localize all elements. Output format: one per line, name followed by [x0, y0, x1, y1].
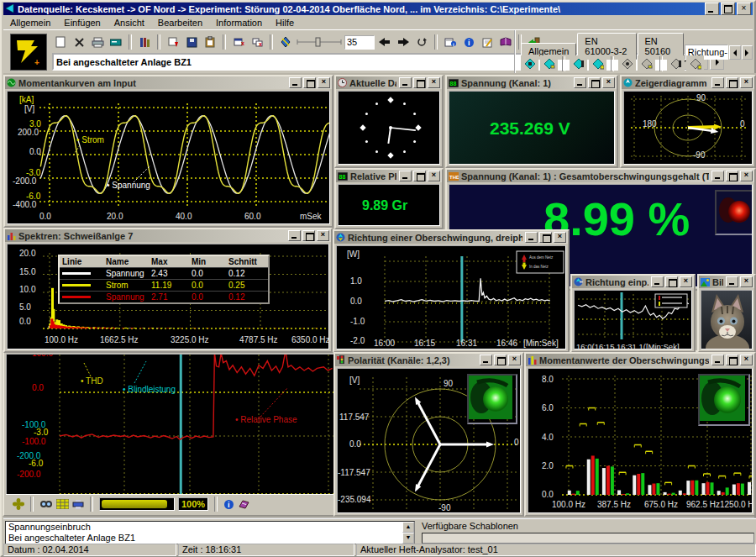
menu-item-information[interactable]: Information: [209, 18, 269, 28]
minimize-button[interactable]: [726, 276, 738, 287]
menu-item-einfuegen[interactable]: Einfügen: [57, 18, 107, 28]
maximize-button[interactable]: [302, 230, 315, 241]
scroll-up-button[interactable]: ▲: [402, 522, 414, 533]
close-button[interactable]: ×: [740, 355, 753, 365]
minimize-button[interactable]: [525, 232, 538, 243]
scroll-down-button[interactable]: ▼: [402, 533, 414, 544]
close-button[interactable]: ×: [680, 276, 692, 287]
wizard-button[interactable]: [277, 34, 294, 50]
maximize-button[interactable]: [726, 355, 738, 365]
card-button[interactable]: [108, 34, 124, 50]
schablonen-field[interactable]: [422, 533, 754, 544]
tab-scroll-right[interactable]: [742, 45, 753, 60]
direction-symbol-button-6[interactable]: [638, 55, 655, 72]
close-button[interactable]: ×: [737, 3, 751, 15]
direction-symbol-button-5[interactable]: [618, 55, 636, 72]
direction-symbol-button-4[interactable]: [589, 55, 606, 72]
menu-item-hilfe[interactable]: Hilfe: [269, 18, 301, 28]
momentankurven-titlebar[interactable]: Momentankurven am Input ×: [5, 76, 332, 89]
close-button[interactable]: ×: [602, 77, 615, 88]
paste-button[interactable]: [202, 34, 218, 50]
maximize-button[interactable]: [588, 77, 601, 88]
menu-item-allgemein[interactable]: Allgemein: [3, 18, 57, 28]
minimize-button[interactable]: [399, 171, 412, 181]
export-button[interactable]: [165, 34, 181, 50]
app-titlebar[interactable]: Datenquelle: Kecskemet -> OF Nord -> Exp…: [3, 3, 753, 15]
tab-scroll-left[interactable]: [729, 45, 740, 60]
zoom-slider[interactable]: [296, 36, 343, 48]
maximize-button[interactable]: [494, 355, 507, 365]
window-info-button[interactable]: i: [442, 34, 459, 50]
list-item[interactable]: Spannungseinbruch: [6, 522, 414, 533]
nav-forward-button[interactable]: [395, 34, 412, 50]
minimize-button[interactable]: [289, 77, 302, 88]
new-document-button[interactable]: [52, 34, 69, 50]
thd-titlebar[interactable]: THD Spannung (Kanal: 1) : Gesamtoberschw…: [447, 170, 754, 182]
info-button[interactable]: i: [460, 34, 477, 50]
print-chart-icon[interactable]: [72, 499, 84, 510]
minimize-button[interactable]: [711, 355, 724, 365]
pinwheel-icon[interactable]: [13, 498, 24, 510]
listbox-scrollbar[interactable]: ▲ ▼: [402, 522, 414, 544]
close-button[interactable]: ×: [740, 276, 753, 287]
print-button[interactable]: [89, 34, 106, 50]
maximize-button[interactable]: [726, 77, 738, 88]
maximize-button[interactable]: [665, 276, 678, 287]
event-listbox[interactable]: Spannungseinbruch Bei angeschalteter Anl…: [5, 521, 415, 544]
search-icon[interactable]: [39, 499, 53, 509]
menu-item-ansicht[interactable]: Ansicht: [108, 18, 151, 28]
list-item[interactable]: Bei angeschalteter Anlage BZ1: [6, 533, 414, 544]
minimize-button[interactable]: [574, 77, 586, 88]
maximize-button[interactable]: [413, 171, 426, 181]
maximize-button[interactable]: [303, 77, 316, 88]
minimize-button[interactable]: [705, 3, 719, 15]
direction-symbol-button-7[interactable]: [667, 55, 685, 72]
clock-titlebar[interactable]: Aktuelle Daten... ×: [336, 76, 442, 89]
close-button[interactable]: ×: [508, 355, 521, 365]
menu-item-bearbeiten[interactable]: Bearbeiten: [151, 18, 209, 28]
minimize-button[interactable]: [711, 171, 724, 181]
close-button[interactable]: ×: [554, 232, 566, 243]
maximize-button[interactable]: [721, 3, 735, 15]
minimize-button[interactable]: [651, 276, 664, 287]
momentanwerte-titlebar[interactable]: Momentanwerte der Oberschwingungsspann..…: [526, 354, 754, 366]
richtung1-titlebar[interactable]: Richtung einp... ×: [572, 276, 694, 288]
help-book-button[interactable]: [497, 34, 514, 50]
richtung3-titlebar[interactable]: Richtung einer Oberschwingung, dreiphasi…: [334, 231, 568, 244]
direction-symbol-button-1[interactable]: [521, 55, 538, 72]
maximize-button[interactable]: [539, 232, 552, 243]
direction-symbol-button-8[interactable]: [686, 55, 704, 72]
delete-button[interactable]: [71, 34, 87, 50]
bild-titlebar[interactable]: Bild ×: [699, 276, 754, 288]
spektren-titlebar[interactable]: Spektren: Schweißanlge 7 ×: [5, 229, 331, 242]
close-button[interactable]: ×: [428, 77, 440, 88]
close-button[interactable]: ×: [317, 230, 329, 241]
refresh-button[interactable]: [413, 34, 430, 50]
zeiger-titlebar[interactable]: Zeigerdiagramm ×: [622, 76, 754, 89]
info-icon[interactable]: i: [223, 499, 234, 510]
spannung-titlebar[interactable]: 88 Spannung (Kanal: 1) ×: [447, 76, 617, 89]
table-icon[interactable]: [56, 499, 69, 509]
cascade-windows-button[interactable]: x: [249, 34, 265, 50]
direction-symbol-button-3[interactable]: [570, 55, 587, 72]
nav-back-button[interactable]: [376, 34, 393, 50]
polaritaet-titlebar[interactable]: Polarität (Kanäle: 1,2,3) ×: [335, 354, 522, 366]
close-button[interactable]: ×: [428, 171, 440, 181]
notes-button[interactable]: [479, 34, 496, 50]
maximize-button[interactable]: [413, 77, 426, 88]
page-number-input[interactable]: [344, 35, 375, 50]
close-button[interactable]: ×: [740, 77, 753, 88]
minimize-button[interactable]: [480, 355, 492, 365]
minimize-button[interactable]: [711, 77, 724, 88]
close-button[interactable]: ×: [740, 171, 753, 181]
maximize-button[interactable]: [726, 171, 738, 181]
close-button[interactable]: ×: [318, 77, 330, 88]
minimize-button[interactable]: [288, 230, 301, 241]
logbook-icon[interactable]: [238, 499, 249, 509]
direction-symbol-button-2[interactable]: [540, 55, 558, 72]
close-window-button[interactable]: x: [230, 34, 247, 50]
minimize-button[interactable]: [399, 77, 412, 88]
relphase-titlebar[interactable]: 88 Relative Phase... ×: [336, 170, 442, 182]
save-button[interactable]: [183, 34, 200, 50]
library-button[interactable]: [136, 34, 153, 50]
